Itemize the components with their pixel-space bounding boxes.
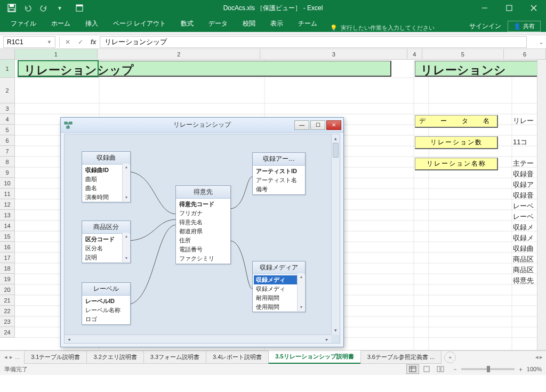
row-header[interactable]: 14	[0, 220, 15, 231]
column-header[interactable]: 3	[260, 49, 407, 59]
field[interactable]: フリガナ	[177, 209, 229, 218]
row-header[interactable]: 12	[0, 199, 15, 210]
label-rel-name[interactable]: リレーション名称	[415, 158, 498, 170]
ribbon-tab-formulas[interactable]: 数式	[173, 16, 201, 32]
sheet-nav-first-button[interactable]: ◂	[4, 354, 7, 361]
page-break-view-button[interactable]	[434, 364, 447, 374]
name-box[interactable]: R1C1 ▼	[3, 36, 55, 48]
sheet-tab[interactable]: 3.3フォーム説明書	[143, 351, 206, 364]
row-header[interactable]: 18	[0, 263, 15, 274]
row-header[interactable]: 20	[0, 284, 15, 295]
row-header[interactable]: 24	[0, 327, 15, 338]
enter-formula-button[interactable]: ✓	[74, 36, 87, 48]
field[interactable]: レーベルID	[83, 297, 129, 306]
minimize-button[interactable]	[472, 0, 497, 16]
new-sheet-button[interactable]: +	[444, 352, 456, 363]
cancel-formula-button[interactable]: ✕	[61, 36, 74, 48]
cell[interactable]: 商品区	[513, 255, 534, 264]
merged-title-cell[interactable]: リレーションシップ	[18, 61, 391, 77]
relationships-vertical-scrollbar[interactable]: ▴ ▾	[331, 134, 340, 334]
relationships-titlebar[interactable]: リレーションシップ — ☐ ✕	[61, 118, 343, 133]
zoom-in-button[interactable]: ＋	[518, 365, 524, 373]
field[interactable]: 備考	[254, 185, 304, 194]
label-rel-count[interactable]: リレーション数	[415, 136, 498, 149]
sheet-tab[interactable]: 3.2クエリ説明書	[86, 351, 143, 364]
table-scrollbar[interactable]: ▴▾	[122, 233, 130, 262]
ribbon-tab-data[interactable]: データ	[201, 16, 235, 32]
ribbon-tab-home[interactable]: ホーム	[44, 16, 78, 32]
worksheet-vertical-scrollbar[interactable]	[537, 60, 546, 350]
normal-view-button[interactable]	[406, 364, 419, 374]
field[interactable]: 使用期間	[254, 303, 304, 312]
table-box[interactable]: レーベル レーベルID レーベル名称 ロゴ	[82, 282, 131, 325]
sheet-tab[interactable]: 3.1テーブル説明書	[24, 351, 87, 364]
maximize-button[interactable]	[497, 0, 521, 16]
sheet-nav-more[interactable]: ...	[15, 354, 20, 361]
column-header[interactable]: 1	[15, 49, 98, 59]
field[interactable]: 電話番号	[177, 245, 229, 254]
row-header[interactable]: 13	[0, 210, 15, 220]
field[interactable]: ロゴ	[83, 315, 129, 324]
sheet-nav-prev-button[interactable]: ▸	[10, 354, 13, 361]
sheet-tab[interactable]: 3.4レポート説明書	[206, 351, 269, 364]
close-button[interactable]	[521, 0, 546, 16]
ribbon-tab-review[interactable]: 校閲	[235, 16, 263, 32]
row-header[interactable]: 11	[0, 189, 15, 199]
ribbon-tab-view[interactable]: 表示	[263, 16, 291, 32]
cell[interactable]: 得意先	[513, 276, 534, 285]
table-name[interactable]: 得意先	[176, 186, 230, 199]
cell[interactable]: 収録ア	[513, 180, 534, 190]
ribbon-display-options-button[interactable]	[67, 0, 92, 16]
undo-button[interactable]	[20, 1, 35, 15]
row-header[interactable]: 17	[0, 252, 15, 263]
merged-title-cell-2[interactable]: リレーションシ	[415, 61, 546, 77]
field[interactable]: ファクシミリ	[177, 254, 229, 263]
insert-function-button[interactable]: fx	[87, 36, 100, 48]
qat-customize-button[interactable]: ▾	[52, 1, 67, 15]
scrollbar-thumb[interactable]	[333, 143, 339, 158]
cell[interactable]: レーベ	[513, 212, 534, 222]
table-name[interactable]: 収録メディア	[253, 262, 305, 274]
relationships-minimize-button[interactable]: —	[294, 120, 309, 130]
field[interactable]: アーティスト名	[254, 176, 304, 185]
cell[interactable]: 収録メ	[513, 223, 534, 232]
row-header[interactable]: 19	[0, 274, 15, 284]
field[interactable]: 耐用期間	[254, 293, 304, 303]
field[interactable]: 収録メディ	[254, 284, 304, 293]
ribbon-tab-file[interactable]: ファイル	[3, 16, 44, 32]
sheet-tab[interactable]: 3.6テーブル参照定義書 ...	[360, 351, 442, 364]
row-header[interactable]: 3	[0, 103, 15, 114]
table-name[interactable]: 収録アー…	[253, 153, 305, 166]
table-scrollbar[interactable]: ▴▾	[122, 164, 130, 201]
column-header[interactable]: 5	[422, 49, 504, 59]
table-box[interactable]: 得意先 得意先コード フリガナ 得意先名 都道府県 住所 電話番号 ファクシミリ	[175, 185, 231, 264]
cell[interactable]: 主テー	[513, 159, 534, 168]
cell[interactable]: 収録曲	[513, 244, 534, 254]
tell-me-search[interactable]: 💡 実行したい作業を入力してください	[330, 24, 435, 32]
field[interactable]: 得意先コード	[177, 200, 229, 209]
scroll-right-icon[interactable]: ▸	[323, 335, 331, 343]
ribbon-tab-insert[interactable]: 挿入	[78, 16, 106, 32]
select-all-corner[interactable]	[0, 49, 15, 59]
cell[interactable]: 収録音	[513, 169, 534, 179]
row-header[interactable]: 4	[0, 114, 15, 125]
row-header[interactable]: 15	[0, 231, 15, 242]
relationships-window[interactable]: リレーションシップ — ☐ ✕ 収録曲 収録曲ID 曲順 曲名	[60, 117, 344, 347]
relationships-horizontal-scrollbar[interactable]: ◂ ▸	[65, 334, 331, 343]
table-name[interactable]: 商品区分	[82, 221, 130, 234]
cell[interactable]: レーベ	[513, 201, 534, 211]
tab-scroll-right-button[interactable]: ▸	[540, 354, 543, 361]
row-header[interactable]: 7	[0, 146, 15, 157]
redo-button[interactable]	[36, 1, 51, 15]
cell[interactable]: 商品区	[513, 265, 534, 275]
ribbon-tab-team[interactable]: チーム	[291, 16, 325, 32]
column-header[interactable]: 6	[504, 49, 546, 59]
row-header[interactable]: 5	[0, 125, 15, 135]
cell[interactable]: リレー	[513, 116, 534, 126]
field[interactable]: 得意先名	[177, 218, 229, 227]
relationships-maximize-button[interactable]: ☐	[310, 120, 325, 130]
field[interactable]: 都道府県	[177, 227, 229, 236]
table-box[interactable]: 収録曲 収録曲ID 曲順 曲名 演奏時間 ▴▾	[82, 151, 131, 202]
row-header[interactable]: 22	[0, 306, 15, 316]
row-header[interactable]: 9	[0, 167, 15, 178]
